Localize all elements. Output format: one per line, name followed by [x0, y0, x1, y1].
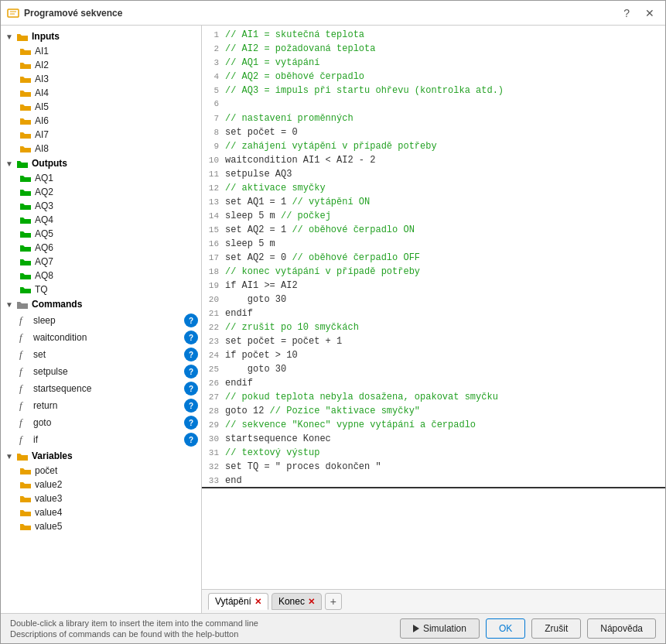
cmd-goto-help[interactable]: ?	[184, 416, 198, 430]
tab-konec[interactable]: Konec ✕	[272, 593, 322, 610]
cmd-startsequence[interactable]: f startsequence ?	[16, 380, 201, 397]
output-aq4[interactable]: AQ4	[16, 213, 201, 227]
input-ai4[interactable]: AI4	[16, 86, 201, 100]
line-content-13: set AQ1 = 1 // vytápění ON	[225, 197, 665, 207]
ok-button[interactable]: OK	[486, 618, 525, 639]
tree-group-outputs[interactable]: ▼ Outputs	[1, 156, 201, 171]
code-line-28[interactable]: 28goto 12 // Pozice "aktivace smyčky"	[202, 405, 665, 419]
tree-group-inputs[interactable]: ▼ Inputs	[1, 29, 201, 44]
var-value4[interactable]: value4	[16, 505, 201, 519]
output-aq2[interactable]: AQ2	[16, 185, 201, 199]
cmd-startsequence-help[interactable]: ?	[184, 382, 198, 396]
code-area[interactable]: 1// AI1 = skutečná teplota2// AI2 = poža…	[202, 26, 665, 589]
input-ai1-label: AI1	[35, 46, 198, 57]
output-aq5[interactable]: AQ5	[16, 227, 201, 241]
cmd-return-help[interactable]: ?	[184, 399, 198, 413]
output-aq7[interactable]: AQ7	[16, 255, 201, 269]
code-line-26[interactable]: 26endif	[202, 377, 665, 391]
line-number-24: 24	[202, 351, 225, 360]
cmd-set-help[interactable]: ?	[184, 348, 198, 361]
cmd-if-help[interactable]: ?	[184, 433, 198, 447]
line-content-25: goto 30	[225, 364, 665, 375]
cmd-if-label: if	[33, 434, 38, 445]
input-ai3[interactable]: AI3	[16, 72, 201, 86]
input-ai1[interactable]: AI1	[16, 44, 201, 58]
cmd-sleep[interactable]: f sleep ?	[16, 312, 201, 329]
code-line-29[interactable]: 29// sekvence "Konec" vypne vytápání a č…	[202, 419, 665, 433]
var-pocet[interactable]: počet	[16, 464, 201, 478]
tab-add-button[interactable]: +	[325, 593, 342, 610]
code-line-20[interactable]: 20 goto 30	[202, 293, 665, 307]
code-line-10[interactable]: 10waitcondition AI1 < AI2 - 2	[202, 154, 665, 168]
tab-konec-close[interactable]: ✕	[308, 597, 315, 607]
code-line-1[interactable]: 1// AI1 = skutečná teplota	[202, 29, 665, 43]
simulation-button[interactable]: Simulation	[400, 618, 480, 639]
cmd-if[interactable]: f if ?	[16, 431, 201, 448]
input-ai8[interactable]: AI8	[16, 142, 201, 156]
code-line-14[interactable]: 14sleep 5 m // počkej	[202, 210, 665, 224]
cancel-button[interactable]: Zrušit	[531, 618, 581, 639]
cmd-return[interactable]: f return ?	[16, 397, 201, 414]
tab-vytapeni[interactable]: Vytápění ✕	[208, 593, 268, 610]
output-aq1[interactable]: AQ1	[16, 171, 201, 185]
code-line-11[interactable]: 11setpulse AQ3	[202, 168, 665, 182]
code-line-13[interactable]: 13set AQ1 = 1 // vytápění ON	[202, 196, 665, 210]
code-line-17[interactable]: 17set AQ2 = 0 // oběhové čerpadlo OFF	[202, 252, 665, 265]
var-value2[interactable]: value2	[16, 478, 201, 492]
tree-group-variables[interactable]: ▼ Variables	[1, 448, 201, 464]
code-line-4[interactable]: 4// AQ2 = oběhové čerpadlo	[202, 70, 665, 84]
help-button[interactable]: ?	[619, 6, 634, 20]
code-line-16[interactable]: 16sleep 5 m	[202, 238, 665, 252]
close-button[interactable]: ✕	[640, 6, 659, 20]
var-value5[interactable]: value5	[16, 519, 201, 533]
code-line-18[interactable]: 18// konec vytápání v případě potřeby	[202, 265, 665, 279]
code-line-33[interactable]: 33end	[202, 474, 665, 488]
output-aq3[interactable]: AQ3	[16, 199, 201, 213]
cmd-set[interactable]: f set ?	[16, 346, 201, 363]
code-line-32[interactable]: 32set TQ = " proces dokončen "	[202, 461, 665, 474]
code-line-22[interactable]: 22// zrušit po 10 smyčkách	[202, 321, 665, 335]
output-aq8[interactable]: AQ8	[16, 269, 201, 283]
cmd-setpulse-help[interactable]: ?	[184, 365, 198, 379]
input-ai4-label: AI4	[35, 87, 198, 98]
code-line-27[interactable]: 27// pokud teplota nebyla dosažena, opak…	[202, 391, 665, 405]
code-line-25[interactable]: 25 goto 30	[202, 363, 665, 377]
cmd-waitcondition[interactable]: f waitcondition ?	[16, 329, 201, 346]
code-line-24[interactable]: 24if počet > 10	[202, 349, 665, 363]
input-ai8-icon	[19, 144, 32, 154]
tree-group-commands[interactable]: ▼ Commands	[1, 296, 201, 312]
input-ai5[interactable]: AI5	[16, 100, 201, 114]
line-number-23: 23	[202, 337, 225, 346]
output-aq2-icon	[19, 187, 32, 197]
input-ai7[interactable]: AI7	[16, 128, 201, 142]
code-line-7[interactable]: 7// nastavení proměnných	[202, 112, 665, 126]
output-aq3-label: AQ3	[35, 200, 198, 211]
var-pocet-label: počet	[35, 465, 198, 476]
cmd-waitcondition-help[interactable]: ?	[184, 331, 198, 344]
code-line-21[interactable]: 21endif	[202, 307, 665, 321]
input-ai6[interactable]: AI6	[16, 114, 201, 128]
line-content-22: // zrušit po 10 smyčkách	[225, 322, 665, 333]
cmd-goto[interactable]: f goto ?	[16, 414, 201, 431]
cmd-sleep-help[interactable]: ?	[184, 313, 198, 327]
tab-vytapeni-close[interactable]: ✕	[254, 597, 261, 607]
output-tq[interactable]: TQ	[16, 283, 201, 296]
var-value3[interactable]: value3	[16, 492, 201, 505]
code-line-12[interactable]: 12// aktivace smyčky	[202, 182, 665, 196]
code-line-8[interactable]: 8set počet = 0	[202, 126, 665, 140]
output-aq6[interactable]: AQ6	[16, 241, 201, 255]
code-line-31[interactable]: 31// textový výstup	[202, 447, 665, 461]
code-line-15[interactable]: 15set AQ2 = 1 // oběhové čerpadlo ON	[202, 224, 665, 238]
cmd-setpulse[interactable]: f setpulse ?	[16, 363, 201, 380]
code-line-23[interactable]: 23set počet = počet + 1	[202, 335, 665, 349]
code-line-3[interactable]: 3// AQ1 = vytápání	[202, 57, 665, 70]
help-nav-button[interactable]: Nápověda	[587, 618, 656, 639]
code-line-6[interactable]: 6	[202, 98, 665, 112]
code-line-30[interactable]: 30startsequence Konec	[202, 433, 665, 447]
code-line-5[interactable]: 5// AQ3 = impuls při startu ohřevu (kont…	[202, 84, 665, 98]
folder-variables-icon	[16, 451, 29, 461]
code-line-19[interactable]: 19if AI1 >= AI2	[202, 279, 665, 293]
input-ai2[interactable]: AI2	[16, 58, 201, 72]
code-line-2[interactable]: 2// AI2 = požadovaná teplota	[202, 43, 665, 57]
code-line-9[interactable]: 9// zahájení vytápění v případě potřeby	[202, 140, 665, 154]
